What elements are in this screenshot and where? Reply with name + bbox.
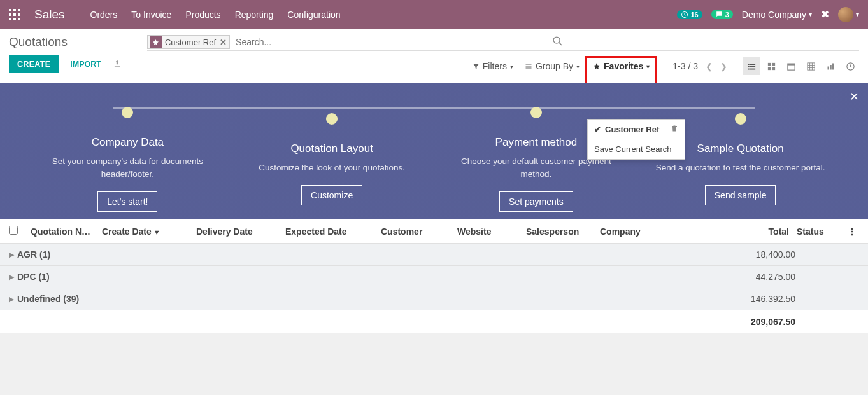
svg-rect-17 [674, 125, 676, 126]
svg-point-11 [553, 37, 560, 43]
check-icon: ✔ [594, 125, 601, 134]
col-company[interactable]: Company [596, 226, 672, 237]
svg-rect-36 [830, 65, 832, 70]
col-status[interactable]: Status [793, 226, 844, 237]
group-row-dpc[interactable]: ▶ DPC (1) 44,275.00 [0, 266, 868, 288]
step-dot [326, 113, 338, 125]
caret-down-icon: ▾ [510, 63, 513, 70]
step-dot [735, 113, 746, 125]
pager-prev-icon[interactable]: ❮ [706, 62, 713, 71]
nav-products[interactable]: Products [185, 10, 220, 20]
svg-rect-22 [748, 68, 749, 69]
nav-menu: Orders To Invoice Products Reporting Con… [90, 10, 341, 20]
svg-rect-13 [525, 64, 531, 65]
group-row-undefined[interactable]: ▶ Undefined (39) 146,392.50 [0, 288, 868, 310]
col-options-icon[interactable]: ⋮ [844, 226, 859, 237]
nav-orders[interactable]: Orders [90, 10, 118, 20]
svg-rect-2 [18, 9, 20, 11]
groupby-button[interactable]: Group By ▾ [519, 58, 585, 74]
view-pivot-icon[interactable] [802, 57, 820, 75]
svg-rect-18 [748, 64, 749, 65]
svg-rect-16 [672, 126, 677, 127]
group-total: 44,275.00 [700, 272, 795, 282]
nav-reporting[interactable]: Reporting [235, 10, 274, 20]
view-graph-icon[interactable] [822, 57, 839, 75]
favorite-item-label: Customer Ref [605, 125, 659, 134]
svg-rect-3 [9, 13, 11, 16]
step-button-lets-start[interactable]: Let's start! [97, 191, 157, 212]
col-customer[interactable]: Customer [377, 226, 453, 237]
activity-badge[interactable]: 16 [677, 10, 702, 19]
group-total: 146,392.50 [700, 294, 795, 304]
grand-total: 209,067.50 [700, 317, 795, 327]
favorite-save-current[interactable]: Save Current Search [588, 139, 685, 159]
pager-next-icon[interactable]: ❯ [720, 62, 727, 71]
caret-down-icon: ▾ [809, 11, 812, 18]
step-button-customize[interactable]: Customize [301, 185, 362, 205]
step-desc: Send a quotation to test the customer po… [638, 162, 843, 174]
nav-configuration[interactable]: Configuration [287, 10, 340, 20]
facet-remove-icon[interactable]: ✕ [220, 38, 227, 47]
step-title: Quotation Layout [230, 142, 434, 155]
search-icon[interactable] [552, 36, 563, 49]
group-total: 18,400.00 [700, 249, 795, 260]
view-list-icon[interactable] [743, 57, 760, 75]
chevron-right-icon: ▶ [9, 251, 14, 259]
select-all-checkbox[interactable] [9, 226, 18, 235]
step-button-send-sample[interactable]: Send sample [705, 185, 776, 205]
action-buttons: CREATE IMPORT [9, 55, 122, 73]
page-title: Quotations [9, 35, 122, 49]
view-calendar-icon[interactable] [782, 57, 800, 75]
svg-rect-21 [750, 66, 755, 67]
svg-rect-0 [9, 9, 11, 11]
import-button[interactable]: IMPORT [70, 60, 101, 69]
view-switcher [743, 57, 859, 75]
close-icon[interactable]: ✕ [850, 90, 859, 104]
facet-label: Customer Ref [165, 38, 216, 47]
company-switcher[interactable]: Demo Company ▾ [742, 10, 812, 20]
col-create-date[interactable]: Create Date▼ [98, 226, 192, 237]
user-menu[interactable]: ▾ [838, 7, 859, 22]
step-button-set-payments[interactable]: Set payments [499, 191, 573, 212]
col-expected-date[interactable]: Expected Date [281, 226, 377, 237]
table-footer: 209,067.50 [0, 310, 868, 333]
trash-icon[interactable] [671, 125, 678, 134]
messaging-badge[interactable]: 3 [711, 10, 733, 19]
nav-to-invoice[interactable]: To Invoice [131, 10, 171, 20]
upload-icon[interactable] [113, 59, 122, 70]
view-kanban-icon[interactable] [762, 57, 780, 75]
group-label: DPC (1) [17, 272, 50, 282]
step-title: Company Data [25, 136, 230, 149]
col-website[interactable]: Website [453, 226, 522, 237]
chevron-right-icon: ▶ [9, 273, 14, 281]
svg-rect-15 [525, 68, 531, 69]
favorites-label: Favorites [604, 61, 643, 71]
caret-down-icon: ▾ [646, 63, 650, 70]
search-input[interactable] [234, 35, 552, 49]
filters-button[interactable]: Filters ▾ [467, 58, 519, 74]
svg-rect-30 [807, 62, 814, 69]
star-icon [150, 36, 162, 48]
svg-rect-24 [767, 62, 771, 66]
app-brand[interactable]: Sales [34, 8, 65, 22]
debug-icon[interactable]: ✖ [821, 8, 829, 20]
col-total[interactable]: Total [736, 226, 793, 237]
col-delivery-date[interactable]: Delivery Date [192, 226, 281, 237]
onboarding-step-layout: Quotation Layout Customize the look of y… [230, 97, 434, 206]
svg-rect-26 [767, 67, 771, 70]
favorites-button[interactable]: Favorites ▾ [587, 58, 655, 74]
svg-rect-37 [832, 63, 834, 69]
messages-count: 3 [725, 11, 729, 18]
onboarding-step-company: Company Data Set your company's data for… [25, 91, 230, 212]
search-bar: Customer Ref ✕ [147, 35, 859, 51]
svg-rect-6 [9, 18, 11, 20]
col-quotation-number[interactable]: Quotation Nu... [27, 226, 98, 237]
sort-desc-icon: ▼ [153, 228, 160, 236]
funnel-icon [473, 63, 480, 70]
col-salesperson[interactable]: Salesperson [522, 226, 596, 237]
group-row-agr[interactable]: ▶ AGR (1) 18,400.00 [0, 244, 868, 266]
apps-icon[interactable] [9, 9, 20, 20]
create-button[interactable]: CREATE [9, 55, 59, 73]
favorite-item-customer-ref[interactable]: ✔ Customer Ref [588, 120, 685, 139]
view-activity-icon[interactable] [841, 57, 859, 75]
